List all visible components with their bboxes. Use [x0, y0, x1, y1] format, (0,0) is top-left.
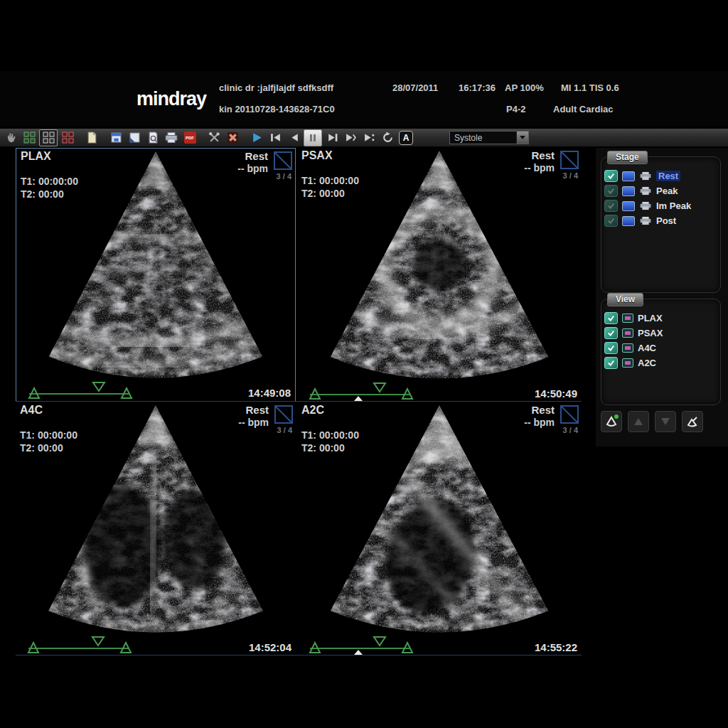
- printer-icon: [639, 216, 652, 225]
- move-down-button[interactable]: [655, 411, 676, 432]
- patient-id-text: kin 20110728-143628-71C0: [219, 104, 335, 114]
- stage-row-post[interactable]: Post: [601, 213, 720, 228]
- annotation-glyph: A: [399, 131, 413, 145]
- ecg-timeline: [23, 378, 144, 400]
- report-icon[interactable]: [83, 130, 100, 146]
- display-icon: [622, 171, 635, 181]
- checkbox-checked-icon[interactable]: [604, 312, 618, 324]
- view-thumb-icon: [622, 314, 633, 323]
- pdf-label: PDF: [184, 132, 196, 144]
- heart-rate-label: -- bpm: [238, 417, 269, 428]
- view-thumb-icon: [622, 328, 633, 338]
- probe-icon[interactable]: [2, 130, 19, 146]
- display-icon: [622, 201, 635, 211]
- view-panel-title: View: [607, 293, 643, 306]
- checkbox-checked-icon[interactable]: [604, 170, 618, 182]
- acquisition-timestamp: 14:49:08: [248, 387, 291, 399]
- view-panel: View PLAX PSAX A4C: [601, 299, 721, 405]
- edit-stage-button[interactable]: [682, 411, 703, 432]
- stage-label: Rest: [245, 404, 269, 416]
- ecg-timeline: [304, 379, 425, 400]
- phase-select[interactable]: Systole: [449, 131, 529, 144]
- page-indicator: 3 / 4: [563, 426, 578, 434]
- stage-item-label: Post: [656, 215, 676, 226]
- quad-layout-green-icon[interactable]: [21, 130, 38, 146]
- quad-layout-active-icon[interactable]: [39, 129, 58, 146]
- active-dot-icon: [614, 414, 619, 419]
- checkbox-unchecked-icon[interactable]: [604, 215, 618, 227]
- view-row-plax[interactable]: PLAX: [601, 311, 720, 326]
- select-stage-button[interactable]: [601, 411, 622, 432]
- pdf-export-icon[interactable]: PDF: [181, 130, 198, 146]
- quadrant-a2c[interactable]: A2C Rest -- bpm 3 / 4 T1: 00:00:00 T2: 0…: [297, 402, 582, 655]
- first-frame-icon[interactable]: [267, 130, 284, 146]
- frame-marker-icon: [354, 650, 363, 655]
- close-icon[interactable]: [224, 130, 241, 146]
- prev-frame-icon[interactable]: [285, 130, 302, 146]
- acquisition-timestamp: 14:52:04: [249, 641, 291, 653]
- view-row-psax[interactable]: PSAX: [601, 326, 720, 341]
- timer-t2: T2: 00:00: [20, 442, 63, 454]
- phase-select-value: Systole: [450, 133, 516, 143]
- view-row-a4c[interactable]: A4C: [601, 341, 720, 355]
- phase-select-arrow-button[interactable]: [516, 132, 528, 144]
- tools-icon[interactable]: [205, 130, 223, 146]
- checkbox-checked-icon[interactable]: [604, 342, 618, 354]
- quad-layout-red-icon[interactable]: [59, 130, 76, 146]
- view-thumb-icon: [622, 358, 633, 368]
- timer-t2: T2: 00:00: [301, 442, 345, 454]
- toolbar: PDF A: [0, 129, 728, 147]
- play-icon[interactable]: [248, 130, 265, 146]
- view-label: A2C: [301, 404, 324, 417]
- stage-label: Rest: [245, 150, 268, 162]
- ecg-timeline: [23, 633, 144, 654]
- stage-row-im-peak[interactable]: Im Peak: [601, 198, 720, 213]
- view-label: PSAX: [301, 149, 333, 162]
- page-indicator: 3 / 4: [277, 172, 291, 181]
- play-marked-icon[interactable]: [342, 130, 359, 146]
- printer-icon[interactable]: [163, 130, 180, 146]
- checkbox-checked-icon[interactable]: [604, 327, 618, 339]
- stage-row-peak[interactable]: Peak: [601, 183, 720, 198]
- stage-panel: Stage Rest Peak Im: [601, 156, 721, 293]
- row-divider: [16, 401, 582, 402]
- quadrant-psax[interactable]: PSAX Rest -- bpm 3 / 4 T1: 00:00:00 T2: …: [297, 148, 582, 402]
- quadrant-a4c[interactable]: A4C Rest -- bpm 3 / 4 T1: 00:00:00 T2: 0…: [16, 402, 296, 655]
- play-to-end-icon[interactable]: [360, 130, 378, 146]
- view-row-a2c[interactable]: A2C: [601, 355, 720, 370]
- printer-icon: [639, 201, 652, 210]
- acoustic-power: AP 100%: [505, 82, 544, 93]
- view-item-label: A2C: [638, 358, 656, 368]
- move-up-button[interactable]: [628, 411, 649, 432]
- checkbox-unchecked-icon[interactable]: [604, 185, 618, 197]
- annotation-icon[interactable]: A: [397, 130, 414, 146]
- stage-label: Rest: [531, 149, 555, 161]
- flag-icon[interactable]: [126, 130, 143, 146]
- pause-icon[interactable]: [304, 129, 322, 146]
- exam-date: 28/07/2011: [392, 82, 438, 93]
- timer-t1: T1: 00:00:00: [20, 429, 77, 441]
- next-frame-icon[interactable]: [323, 130, 341, 146]
- acquisition-timestamp: 14:50:49: [535, 387, 577, 400]
- header-bar: mindray clinic dr :jalfjlajdf sdfksdff k…: [0, 71, 728, 127]
- checkbox-unchecked-icon[interactable]: [604, 200, 618, 212]
- mindray-logo: mindray: [136, 88, 206, 110]
- stage-item-label: Im Peak: [656, 200, 691, 211]
- timer-t1: T1: 00:00:00: [301, 429, 359, 441]
- view-thumb-icon: [622, 343, 633, 353]
- document-preview-icon[interactable]: [144, 130, 161, 146]
- save-icon[interactable]: [107, 130, 124, 146]
- display-icon: [622, 186, 635, 196]
- quadrant-plax[interactable]: PLAX Rest -- bpm 3 / 4 T1: 00:00:00 T2: …: [16, 148, 296, 402]
- stage-row-rest[interactable]: Rest: [601, 168, 720, 183]
- mi-tis-values: MI 1.1 TIS 0.6: [561, 82, 619, 93]
- checkbox-checked-icon[interactable]: [604, 357, 618, 369]
- image-page-icon: [274, 151, 292, 170]
- timer-t2: T2: 00:00: [301, 188, 345, 199]
- stage-action-buttons: [601, 411, 703, 432]
- stage-item-label: Peak: [656, 186, 678, 196]
- loop-icon[interactable]: [379, 130, 396, 146]
- acquisition-timestamp: 14:55:22: [535, 641, 577, 653]
- timer-t2: T2: 00:00: [21, 188, 64, 200]
- exam-preset: Adult Cardiac: [553, 104, 614, 114]
